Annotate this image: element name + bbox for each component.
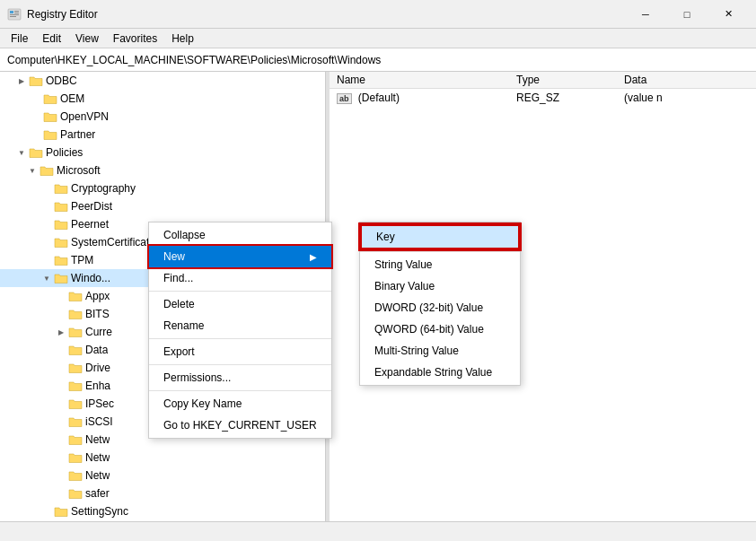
tree-label-windows: Windo... — [71, 272, 110, 284]
ctx-new[interactable]: New ▶ — [149, 246, 331, 267]
menu-view[interactable]: View — [68, 31, 106, 47]
ctx-rename[interactable]: Rename — [149, 315, 331, 336]
ctx-collapse[interactable]: Collapse — [149, 224, 331, 246]
tree-label-microsoft: Microsoft — [57, 164, 101, 177]
tree-label-netw3: Netw — [85, 469, 110, 482]
folder-icon-oem — [43, 92, 57, 105]
tree-label-data: Data — [85, 344, 108, 356]
tree-label-policies: Policies — [46, 146, 83, 159]
tree-item-settingsync[interactable]: ▶ SettingSync — [0, 502, 325, 520]
tree-label-enha: Enha — [85, 380, 110, 392]
submenu-key[interactable]: Key — [360, 224, 520, 249]
status-bar — [0, 521, 756, 541]
tree-item-system[interactable]: ▶ System — [0, 520, 325, 521]
tree-item-partner[interactable]: ▶ Partner — [0, 126, 325, 144]
ctx-export[interactable]: Export — [149, 341, 331, 362]
submenu: Key String Value Binary Value DWORD (32-… — [359, 222, 521, 386]
ctx-permissions[interactable]: Permissions... — [149, 367, 331, 388]
tree-label-curre: Curre — [85, 326, 112, 338]
tree-item-netw2[interactable]: ▶ Netw — [0, 449, 325, 467]
table-row[interactable]: ab (Default) REG_SZ (value n — [330, 89, 756, 107]
folder-icon-appx — [68, 290, 83, 302]
submenu-multi-string-value[interactable]: Multi-String Value — [360, 340, 520, 362]
folder-icon-netw2 — [68, 451, 83, 464]
submenu-sep1 — [360, 251, 520, 252]
folder-icon-data — [68, 344, 83, 356]
col-name[interactable]: Name — [330, 72, 509, 89]
cell-data: (value n — [617, 89, 756, 107]
col-data[interactable]: Data — [617, 72, 756, 89]
tree-item-netw3[interactable]: ▶ Netw — [0, 467, 325, 484]
tree-item-policies[interactable]: ▼ Policies — [0, 144, 325, 161]
ctx-sep3 — [149, 364, 331, 365]
ctx-find[interactable]: Find... — [149, 267, 331, 289]
address-text: Computer\HKEY_LOCAL_MACHINE\SOFTWARE\Pol… — [7, 54, 381, 66]
app-icon — [7, 7, 22, 22]
ctx-sep1 — [149, 291, 331, 292]
submenu-expandable-string-value[interactable]: Expandable String Value — [360, 362, 520, 383]
title-bar-controls: ─ □ ✕ — [625, 0, 749, 29]
svg-rect-1 — [10, 11, 13, 13]
tree-item-openvpn[interactable]: ▶ OpenVPN — [0, 108, 325, 126]
expand-policies: ▼ — [14, 145, 29, 160]
maximize-button[interactable]: □ — [666, 0, 708, 29]
tree-label-appx: Appx — [85, 290, 110, 302]
folder-icon-netw1 — [68, 433, 83, 446]
menu-file[interactable]: File — [4, 31, 35, 47]
tree-label-peernet: Peernet — [71, 218, 109, 231]
tree-item-oem[interactable]: ▶ OEM — [0, 90, 325, 108]
folder-icon-safer — [68, 487, 83, 500]
tree-item-safer[interactable]: ▶ safer — [0, 484, 325, 502]
folder-icon-tpm — [54, 254, 68, 266]
folder-icon-openvpn — [43, 110, 57, 123]
minimize-button[interactable]: ─ — [625, 0, 666, 29]
submenu-string-value[interactable]: String Value — [360, 254, 520, 275]
tree-item-microsoft[interactable]: ▼ Microsoft — [0, 161, 325, 179]
folder-icon-systemcerts — [54, 236, 68, 249]
menu-edit[interactable]: Edit — [35, 31, 68, 47]
ctx-sep4 — [149, 390, 331, 391]
folder-icon-drive — [68, 362, 83, 374]
folder-icon-windows — [54, 272, 68, 284]
folder-icon-odbc — [29, 74, 43, 87]
tree-label-safer: safer — [85, 487, 110, 500]
close-button[interactable]: ✕ — [708, 0, 749, 29]
svg-rect-4 — [10, 14, 19, 15]
submenu-dword-value[interactable]: DWORD (32-bit) Value — [360, 297, 520, 318]
folder-icon-curre — [68, 326, 83, 338]
svg-rect-3 — [14, 13, 19, 13]
submenu-binary-value[interactable]: Binary Value — [360, 275, 520, 297]
folder-icon-policies — [29, 146, 43, 159]
expand-microsoft: ▼ — [25, 163, 40, 178]
menu-favorites[interactable]: Favorites — [106, 31, 164, 47]
tree-item-cryptography[interactable]: ▶ Cryptography — [0, 179, 325, 197]
submenu-arrow: ▶ — [310, 252, 317, 262]
folder-icon-peerdist — [54, 200, 68, 213]
ctx-goto-hkcu[interactable]: Go to HKEY_CURRENT_USER — [149, 414, 331, 436]
tree-label-netw1: Netw — [85, 433, 110, 446]
svg-rect-5 — [10, 16, 16, 17]
tree-label-peerdist: PeerDist — [71, 200, 112, 213]
col-type[interactable]: Type — [509, 72, 617, 89]
tree-label-cryptography: Cryptography — [71, 182, 136, 195]
tree-item-odbc[interactable]: ▶ ODBC — [0, 72, 325, 90]
ab-icon: ab — [337, 93, 352, 104]
tree-label-openvpn: OpenVPN — [60, 110, 109, 123]
menu-help[interactable]: Help — [164, 31, 201, 47]
ctx-sep2 — [149, 338, 331, 339]
tree-label-settingsync: SettingSync — [71, 505, 128, 518]
tree-label-bits: BITS — [85, 308, 110, 320]
folder-icon-settingsync — [54, 505, 68, 518]
tree-label-ipsec: IPSec — [85, 397, 114, 410]
address-bar: Computer\HKEY_LOCAL_MACHINE\SOFTWARE\Pol… — [0, 48, 756, 72]
expand-windows: ▼ — [40, 271, 54, 285]
expand-odbc: ▶ — [14, 74, 29, 88]
ctx-delete[interactable]: Delete — [149, 293, 331, 315]
submenu-qword-value[interactable]: QWORD (64-bit) Value — [360, 318, 520, 340]
tree-item-peerdist[interactable]: ▶ PeerDist — [0, 197, 325, 215]
tree-label-drive: Drive — [85, 362, 110, 374]
ctx-copy-key-name[interactable]: Copy Key Name — [149, 393, 331, 414]
expand-curre: ▶ — [54, 325, 68, 339]
folder-icon-iscsi — [68, 415, 83, 428]
tree-label-netw2: Netw — [85, 451, 110, 464]
